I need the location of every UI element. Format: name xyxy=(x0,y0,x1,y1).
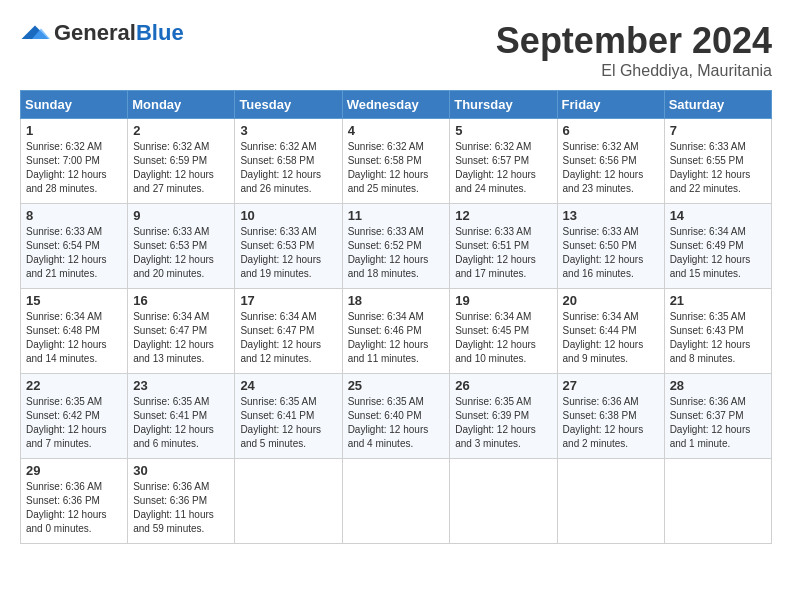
day-info: Sunrise: 6:34 AM Sunset: 6:46 PM Dayligh… xyxy=(348,310,445,366)
day-number: 30 xyxy=(133,463,229,478)
calendar-day-cell: 2Sunrise: 6:32 AM Sunset: 6:59 PM Daylig… xyxy=(128,119,235,204)
day-number: 6 xyxy=(563,123,659,138)
month-title: September 2024 xyxy=(496,20,772,62)
calendar-day-cell: 27Sunrise: 6:36 AM Sunset: 6:38 PM Dayli… xyxy=(557,374,664,459)
calendar-table: SundayMondayTuesdayWednesdayThursdayFrid… xyxy=(20,90,772,544)
calendar-day-cell: 1Sunrise: 6:32 AM Sunset: 7:00 PM Daylig… xyxy=(21,119,128,204)
day-number: 26 xyxy=(455,378,551,393)
calendar-day-cell: 20Sunrise: 6:34 AM Sunset: 6:44 PM Dayli… xyxy=(557,289,664,374)
day-number: 4 xyxy=(348,123,445,138)
logo-text: GeneralBlue xyxy=(54,20,184,46)
calendar-day-cell: 13Sunrise: 6:33 AM Sunset: 6:50 PM Dayli… xyxy=(557,204,664,289)
calendar-day-cell xyxy=(342,459,450,544)
calendar-day-cell: 18Sunrise: 6:34 AM Sunset: 6:46 PM Dayli… xyxy=(342,289,450,374)
calendar-week-row: 22Sunrise: 6:35 AM Sunset: 6:42 PM Dayli… xyxy=(21,374,772,459)
day-info: Sunrise: 6:34 AM Sunset: 6:45 PM Dayligh… xyxy=(455,310,551,366)
calendar-day-cell: 10Sunrise: 6:33 AM Sunset: 6:53 PM Dayli… xyxy=(235,204,342,289)
calendar-day-cell xyxy=(664,459,771,544)
day-info: Sunrise: 6:32 AM Sunset: 6:58 PM Dayligh… xyxy=(348,140,445,196)
day-number: 1 xyxy=(26,123,122,138)
calendar-day-cell: 17Sunrise: 6:34 AM Sunset: 6:47 PM Dayli… xyxy=(235,289,342,374)
weekday-header-cell: Saturday xyxy=(664,91,771,119)
calendar-day-cell xyxy=(235,459,342,544)
day-number: 28 xyxy=(670,378,766,393)
day-number: 18 xyxy=(348,293,445,308)
weekday-header-cell: Tuesday xyxy=(235,91,342,119)
day-info: Sunrise: 6:35 AM Sunset: 6:39 PM Dayligh… xyxy=(455,395,551,451)
calendar-day-cell: 8Sunrise: 6:33 AM Sunset: 6:54 PM Daylig… xyxy=(21,204,128,289)
day-info: Sunrise: 6:33 AM Sunset: 6:53 PM Dayligh… xyxy=(240,225,336,281)
day-number: 29 xyxy=(26,463,122,478)
calendar-day-cell: 23Sunrise: 6:35 AM Sunset: 6:41 PM Dayli… xyxy=(128,374,235,459)
day-info: Sunrise: 6:32 AM Sunset: 6:58 PM Dayligh… xyxy=(240,140,336,196)
day-info: Sunrise: 6:33 AM Sunset: 6:53 PM Dayligh… xyxy=(133,225,229,281)
calendar-day-cell: 7Sunrise: 6:33 AM Sunset: 6:55 PM Daylig… xyxy=(664,119,771,204)
day-number: 7 xyxy=(670,123,766,138)
day-info: Sunrise: 6:32 AM Sunset: 7:00 PM Dayligh… xyxy=(26,140,122,196)
calendar-day-cell: 16Sunrise: 6:34 AM Sunset: 6:47 PM Dayli… xyxy=(128,289,235,374)
logo: GeneralBlue xyxy=(20,20,184,46)
weekday-header-row: SundayMondayTuesdayWednesdayThursdayFrid… xyxy=(21,91,772,119)
logo-icon xyxy=(20,24,50,42)
calendar-day-cell: 14Sunrise: 6:34 AM Sunset: 6:49 PM Dayli… xyxy=(664,204,771,289)
calendar-day-cell: 25Sunrise: 6:35 AM Sunset: 6:40 PM Dayli… xyxy=(342,374,450,459)
weekday-header-cell: Sunday xyxy=(21,91,128,119)
calendar-day-cell: 21Sunrise: 6:35 AM Sunset: 6:43 PM Dayli… xyxy=(664,289,771,374)
day-info: Sunrise: 6:34 AM Sunset: 6:44 PM Dayligh… xyxy=(563,310,659,366)
calendar-week-row: 15Sunrise: 6:34 AM Sunset: 6:48 PM Dayli… xyxy=(21,289,772,374)
day-number: 19 xyxy=(455,293,551,308)
calendar-week-row: 29Sunrise: 6:36 AM Sunset: 6:36 PM Dayli… xyxy=(21,459,772,544)
day-number: 3 xyxy=(240,123,336,138)
title-area: September 2024 El Gheddiya, Mauritania xyxy=(496,20,772,80)
day-info: Sunrise: 6:34 AM Sunset: 6:47 PM Dayligh… xyxy=(133,310,229,366)
day-info: Sunrise: 6:36 AM Sunset: 6:36 PM Dayligh… xyxy=(26,480,122,536)
calendar-day-cell: 15Sunrise: 6:34 AM Sunset: 6:48 PM Dayli… xyxy=(21,289,128,374)
day-info: Sunrise: 6:34 AM Sunset: 6:47 PM Dayligh… xyxy=(240,310,336,366)
day-info: Sunrise: 6:36 AM Sunset: 6:37 PM Dayligh… xyxy=(670,395,766,451)
day-number: 15 xyxy=(26,293,122,308)
day-info: Sunrise: 6:32 AM Sunset: 6:57 PM Dayligh… xyxy=(455,140,551,196)
day-number: 25 xyxy=(348,378,445,393)
calendar-day-cell: 29Sunrise: 6:36 AM Sunset: 6:36 PM Dayli… xyxy=(21,459,128,544)
calendar-day-cell: 19Sunrise: 6:34 AM Sunset: 6:45 PM Dayli… xyxy=(450,289,557,374)
calendar-day-cell: 5Sunrise: 6:32 AM Sunset: 6:57 PM Daylig… xyxy=(450,119,557,204)
day-info: Sunrise: 6:33 AM Sunset: 6:52 PM Dayligh… xyxy=(348,225,445,281)
weekday-header-cell: Monday xyxy=(128,91,235,119)
day-info: Sunrise: 6:33 AM Sunset: 6:51 PM Dayligh… xyxy=(455,225,551,281)
weekday-header-cell: Thursday xyxy=(450,91,557,119)
calendar-day-cell: 6Sunrise: 6:32 AM Sunset: 6:56 PM Daylig… xyxy=(557,119,664,204)
day-info: Sunrise: 6:35 AM Sunset: 6:42 PM Dayligh… xyxy=(26,395,122,451)
day-info: Sunrise: 6:35 AM Sunset: 6:40 PM Dayligh… xyxy=(348,395,445,451)
calendar-week-row: 1Sunrise: 6:32 AM Sunset: 7:00 PM Daylig… xyxy=(21,119,772,204)
calendar-day-cell: 24Sunrise: 6:35 AM Sunset: 6:41 PM Dayli… xyxy=(235,374,342,459)
calendar-day-cell: 9Sunrise: 6:33 AM Sunset: 6:53 PM Daylig… xyxy=(128,204,235,289)
day-info: Sunrise: 6:36 AM Sunset: 6:36 PM Dayligh… xyxy=(133,480,229,536)
calendar-week-row: 8Sunrise: 6:33 AM Sunset: 6:54 PM Daylig… xyxy=(21,204,772,289)
day-info: Sunrise: 6:34 AM Sunset: 6:48 PM Dayligh… xyxy=(26,310,122,366)
calendar-day-cell: 4Sunrise: 6:32 AM Sunset: 6:58 PM Daylig… xyxy=(342,119,450,204)
header: GeneralBlue September 2024 El Gheddiya, … xyxy=(20,20,772,80)
day-number: 23 xyxy=(133,378,229,393)
day-info: Sunrise: 6:32 AM Sunset: 6:59 PM Dayligh… xyxy=(133,140,229,196)
calendar-day-cell: 11Sunrise: 6:33 AM Sunset: 6:52 PM Dayli… xyxy=(342,204,450,289)
calendar-day-cell: 3Sunrise: 6:32 AM Sunset: 6:58 PM Daylig… xyxy=(235,119,342,204)
day-number: 12 xyxy=(455,208,551,223)
day-number: 13 xyxy=(563,208,659,223)
day-number: 9 xyxy=(133,208,229,223)
day-info: Sunrise: 6:33 AM Sunset: 6:55 PM Dayligh… xyxy=(670,140,766,196)
day-number: 17 xyxy=(240,293,336,308)
weekday-header-cell: Wednesday xyxy=(342,91,450,119)
day-number: 22 xyxy=(26,378,122,393)
day-number: 8 xyxy=(26,208,122,223)
location-title: El Gheddiya, Mauritania xyxy=(496,62,772,80)
day-info: Sunrise: 6:35 AM Sunset: 6:41 PM Dayligh… xyxy=(133,395,229,451)
day-number: 20 xyxy=(563,293,659,308)
calendar-day-cell: 22Sunrise: 6:35 AM Sunset: 6:42 PM Dayli… xyxy=(21,374,128,459)
calendar-day-cell: 12Sunrise: 6:33 AM Sunset: 6:51 PM Dayli… xyxy=(450,204,557,289)
day-number: 11 xyxy=(348,208,445,223)
calendar-day-cell: 30Sunrise: 6:36 AM Sunset: 6:36 PM Dayli… xyxy=(128,459,235,544)
day-info: Sunrise: 6:32 AM Sunset: 6:56 PM Dayligh… xyxy=(563,140,659,196)
day-number: 21 xyxy=(670,293,766,308)
day-info: Sunrise: 6:33 AM Sunset: 6:54 PM Dayligh… xyxy=(26,225,122,281)
day-number: 10 xyxy=(240,208,336,223)
